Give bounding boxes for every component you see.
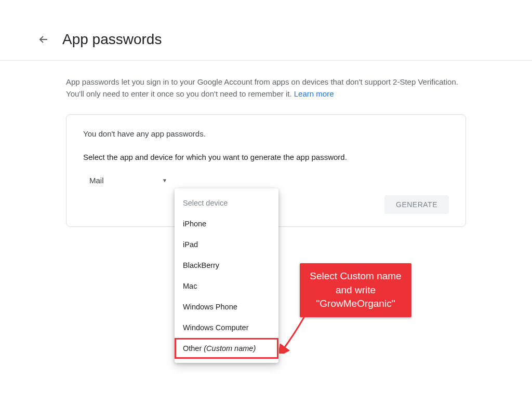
learn-more-link[interactable]: Learn more xyxy=(294,89,334,98)
generate-button[interactable]: GENERATE xyxy=(384,195,449,214)
page-title: App passwords xyxy=(62,31,162,48)
device-option-windows-computer[interactable]: Windows Computer xyxy=(175,317,278,338)
annotation-arrow-icon xyxy=(279,313,308,354)
device-option-blackberry[interactable]: BlackBerry xyxy=(175,255,278,276)
page-header: App passwords xyxy=(0,0,532,61)
back-arrow-icon[interactable] xyxy=(37,33,50,46)
device-menu-placeholder: Select device xyxy=(175,193,278,213)
device-menu: Select device iPhone iPad BlackBerry Mac… xyxy=(175,188,278,363)
device-option-windows-phone[interactable]: Windows Phone xyxy=(175,296,278,317)
description-text: App passwords let you sign in to your Go… xyxy=(66,76,466,100)
device-option-mac[interactable]: Mac xyxy=(175,276,278,296)
device-option-other-label: Other xyxy=(183,344,202,353)
no-passwords-text: You don't have any app passwords. xyxy=(83,129,449,138)
selectors-row: Mail ▼ Select device ▼ xyxy=(89,176,449,185)
select-app-value: Mail xyxy=(89,176,104,185)
device-option-other[interactable]: Other (Custom name) xyxy=(175,338,278,359)
device-option-iphone[interactable]: iPhone xyxy=(175,213,278,234)
description-body: App passwords let you sign in to your Go… xyxy=(66,77,458,98)
device-option-other-suffix: (Custom name) xyxy=(202,344,256,353)
annotation-callout: Select Custom name and write "GrowMeOrga… xyxy=(300,263,411,317)
select-app-dropdown[interactable]: Mail ▼ xyxy=(89,176,167,185)
select-instruction: Select the app and device for which you … xyxy=(83,153,449,161)
caret-down-icon: ▼ xyxy=(162,178,167,183)
device-option-ipad[interactable]: iPad xyxy=(175,234,278,255)
